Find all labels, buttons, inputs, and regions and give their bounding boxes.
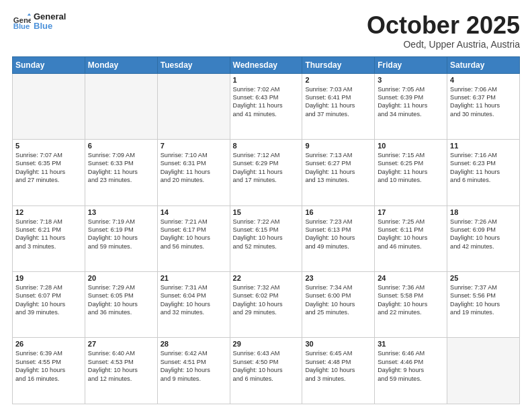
header: General Blue General Blue October 2025 O… [12, 12, 520, 50]
day-info: Sunrise: 6:43 AMSunset: 4:50 PMDaylight:… [233, 349, 300, 383]
day-cell: 9Sunrise: 7:13 AMSunset: 6:27 PMDaylight… [302, 140, 375, 205]
day-cell: 22Sunrise: 7:32 AMSunset: 6:02 PMDayligh… [230, 272, 302, 338]
day-cell: 6Sunrise: 7:09 AMSunset: 6:33 PMDaylight… [85, 140, 157, 205]
week-row-1: 1Sunrise: 7:02 AMSunset: 6:43 PMDaylight… [13, 73, 520, 139]
day-info: Sunrise: 7:09 AMSunset: 6:33 PMDaylight:… [88, 151, 154, 185]
weekday-header-tuesday: Tuesday [157, 56, 230, 73]
logo-line1: General [34, 12, 66, 21]
day-number: 7 [161, 142, 227, 150]
day-info: Sunrise: 7:31 AMSunset: 6:04 PMDaylight:… [161, 283, 227, 317]
day-info: Sunrise: 7:06 AMSunset: 6:37 PMDaylight:… [450, 85, 517, 119]
day-info: Sunrise: 7:37 AMSunset: 5:56 PMDaylight:… [450, 283, 517, 317]
weekday-header-wednesday: Wednesday [230, 56, 302, 73]
day-info: Sunrise: 6:46 AMSunset: 4:46 PMDaylight:… [378, 349, 444, 383]
day-cell: 13Sunrise: 7:19 AMSunset: 6:19 PMDayligh… [85, 205, 157, 271]
day-number: 19 [15, 274, 82, 282]
day-cell: 2Sunrise: 7:03 AMSunset: 6:41 PMDaylight… [302, 73, 375, 139]
day-number: 11 [450, 142, 517, 150]
day-cell: 29Sunrise: 6:43 AMSunset: 4:50 PMDayligh… [230, 338, 302, 404]
day-cell: 21Sunrise: 7:31 AMSunset: 6:04 PMDayligh… [157, 272, 230, 338]
day-info: Sunrise: 7:16 AMSunset: 6:23 PMDaylight:… [450, 151, 517, 185]
day-info: Sunrise: 7:32 AMSunset: 6:02 PMDaylight:… [233, 283, 300, 317]
day-info: Sunrise: 7:02 AMSunset: 6:43 PMDaylight:… [233, 85, 300, 119]
day-cell: 8Sunrise: 7:12 AMSunset: 6:29 PMDaylight… [230, 140, 302, 205]
day-cell [85, 73, 157, 139]
day-number: 22 [233, 274, 300, 282]
day-cell: 30Sunrise: 6:45 AMSunset: 4:48 PMDayligh… [302, 338, 375, 404]
day-number: 18 [450, 208, 517, 216]
day-number: 14 [161, 208, 227, 216]
day-cell: 19Sunrise: 7:28 AMSunset: 6:07 PMDayligh… [13, 272, 85, 338]
day-number: 17 [378, 208, 444, 216]
day-number: 31 [378, 340, 444, 348]
weekday-header-thursday: Thursday [302, 56, 375, 73]
day-cell: 18Sunrise: 7:26 AMSunset: 6:09 PMDayligh… [447, 205, 520, 271]
day-info: Sunrise: 7:29 AMSunset: 6:05 PMDaylight:… [88, 283, 154, 317]
week-row-3: 12Sunrise: 7:18 AMSunset: 6:21 PMDayligh… [13, 205, 520, 271]
day-number: 30 [305, 340, 371, 348]
day-number: 9 [305, 142, 371, 150]
day-number: 27 [88, 340, 154, 348]
day-cell: 5Sunrise: 7:07 AMSunset: 6:35 PMDaylight… [13, 140, 85, 205]
day-info: Sunrise: 7:07 AMSunset: 6:35 PMDaylight:… [15, 151, 82, 185]
day-cell: 23Sunrise: 7:34 AMSunset: 6:00 PMDayligh… [302, 272, 375, 338]
day-number: 23 [305, 274, 371, 282]
day-cell: 12Sunrise: 7:18 AMSunset: 6:21 PMDayligh… [13, 205, 85, 271]
logo: General Blue General Blue [12, 12, 66, 32]
day-number: 12 [15, 208, 82, 216]
day-number: 21 [161, 274, 227, 282]
day-cell: 27Sunrise: 6:40 AMSunset: 4:53 PMDayligh… [85, 338, 157, 404]
calendar-table: SundayMondayTuesdayWednesdayThursdayFrid… [12, 56, 520, 404]
day-cell: 7Sunrise: 7:10 AMSunset: 6:31 PMDaylight… [157, 140, 230, 205]
day-number: 6 [88, 142, 154, 150]
day-info: Sunrise: 7:13 AMSunset: 6:27 PMDaylight:… [305, 151, 371, 185]
day-info: Sunrise: 6:42 AMSunset: 4:51 PMDaylight:… [161, 349, 227, 383]
day-info: Sunrise: 7:23 AMSunset: 6:13 PMDaylight:… [305, 218, 371, 251]
day-cell: 4Sunrise: 7:06 AMSunset: 6:37 PMDaylight… [447, 73, 520, 139]
day-cell [13, 73, 85, 139]
day-info: Sunrise: 6:40 AMSunset: 4:53 PMDaylight:… [88, 349, 154, 383]
day-info: Sunrise: 7:25 AMSunset: 6:11 PMDaylight:… [378, 218, 444, 251]
day-info: Sunrise: 7:21 AMSunset: 6:17 PMDaylight:… [161, 218, 227, 251]
day-cell: 17Sunrise: 7:25 AMSunset: 6:11 PMDayligh… [375, 205, 447, 271]
day-cell: 16Sunrise: 7:23 AMSunset: 6:13 PMDayligh… [302, 205, 375, 271]
page: General Blue General Blue October 2025 O… [0, 0, 532, 411]
title-block: October 2025 Oedt, Upper Austria, Austri… [367, 12, 520, 50]
day-info: Sunrise: 7:15 AMSunset: 6:25 PMDaylight:… [378, 151, 444, 185]
day-info: Sunrise: 7:19 AMSunset: 6:19 PMDaylight:… [88, 218, 154, 251]
day-number: 2 [305, 76, 371, 84]
day-info: Sunrise: 7:28 AMSunset: 6:07 PMDaylight:… [15, 283, 82, 317]
weekday-header-friday: Friday [375, 56, 447, 73]
day-number: 26 [15, 340, 82, 348]
day-number: 4 [450, 76, 517, 84]
weekday-header-saturday: Saturday [447, 56, 520, 73]
day-info: Sunrise: 6:39 AMSunset: 4:55 PMDaylight:… [15, 349, 82, 383]
day-cell: 31Sunrise: 6:46 AMSunset: 4:46 PMDayligh… [375, 338, 447, 404]
logo-line2: Blue [34, 21, 66, 31]
day-cell: 20Sunrise: 7:29 AMSunset: 6:05 PMDayligh… [85, 272, 157, 338]
svg-text:Blue: Blue [13, 23, 30, 31]
location: Oedt, Upper Austria, Austria [367, 39, 520, 50]
weekday-header-monday: Monday [85, 56, 157, 73]
day-info: Sunrise: 7:26 AMSunset: 6:09 PMDaylight:… [450, 218, 517, 251]
day-cell: 14Sunrise: 7:21 AMSunset: 6:17 PMDayligh… [157, 205, 230, 271]
day-number: 3 [378, 76, 444, 84]
week-row-2: 5Sunrise: 7:07 AMSunset: 6:35 PMDaylight… [13, 140, 520, 205]
day-cell: 24Sunrise: 7:36 AMSunset: 5:58 PMDayligh… [375, 272, 447, 338]
logo-icon: General Blue [12, 12, 31, 31]
day-info: Sunrise: 7:03 AMSunset: 6:41 PMDaylight:… [305, 85, 371, 119]
day-info: Sunrise: 7:34 AMSunset: 6:00 PMDaylight:… [305, 283, 371, 317]
day-number: 15 [233, 208, 300, 216]
day-number: 1 [233, 76, 300, 84]
day-cell [447, 338, 520, 404]
day-cell: 11Sunrise: 7:16 AMSunset: 6:23 PMDayligh… [447, 140, 520, 205]
day-cell: 25Sunrise: 7:37 AMSunset: 5:56 PMDayligh… [447, 272, 520, 338]
day-info: Sunrise: 7:10 AMSunset: 6:31 PMDaylight:… [161, 151, 227, 185]
day-number: 24 [378, 274, 444, 282]
month-title: October 2025 [367, 12, 520, 39]
day-number: 28 [161, 340, 227, 348]
day-info: Sunrise: 7:18 AMSunset: 6:21 PMDaylight:… [15, 218, 82, 251]
day-info: Sunrise: 6:45 AMSunset: 4:48 PMDaylight:… [305, 349, 371, 383]
svg-marker-2 [28, 13, 31, 16]
day-number: 13 [88, 208, 154, 216]
